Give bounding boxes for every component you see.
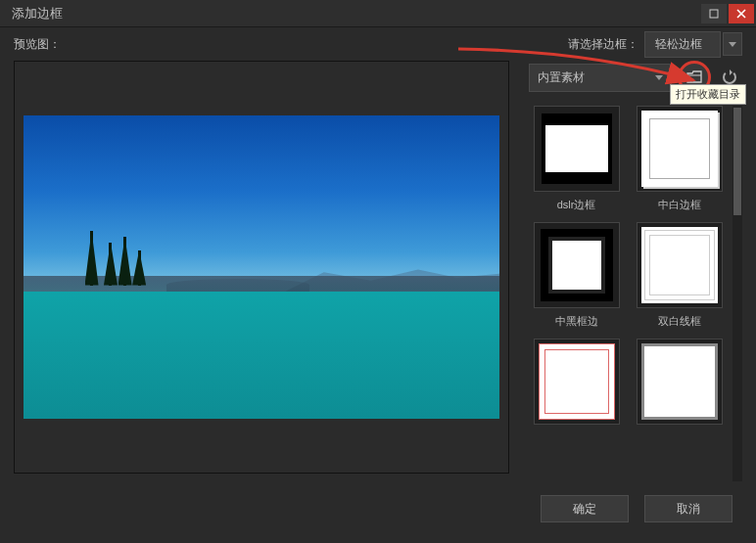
thumb-item-dslr[interactable]: dslr边框 [529,106,624,212]
thumb-item-dblwhite[interactable]: 双白线框 [632,222,727,329]
window-title: 添加边框 [12,5,701,23]
source-select[interactable]: 内置素材 [529,64,672,92]
ok-button[interactable]: 确定 [541,495,629,522]
thumb-label: 中黑框边 [555,314,598,329]
cancel-button[interactable]: 取消 [644,495,732,522]
minimize-icon [709,9,719,19]
thumbnail-scrollbar[interactable] [732,106,742,481]
source-value: 内置素材 [538,69,655,86]
thumb-label: 中白边框 [658,198,701,212]
main-area: 内置素材 打开收藏目录 dslr边框 中白边框 [0,61,756,481]
tooltip: 打开收藏目录 [670,84,746,105]
close-button[interactable] [729,4,754,23]
folder-icon [686,70,702,84]
refresh-icon [723,70,736,84]
toolbar-row: 预览图： 请选择边框： 轻松边框 [0,27,756,61]
close-icon [736,9,746,19]
preview-pane [14,61,509,474]
preview-label: 预览图： [14,36,61,53]
frame-type-value: 轻松边框 [655,36,702,53]
preview-image [24,115,499,419]
thumb-label: 双白线框 [658,314,701,329]
frame-type-dropdown-button[interactable] [723,32,742,56]
chevron-down-icon [729,42,736,47]
svg-rect-0 [710,10,718,18]
scrollbar-handle[interactable] [733,108,741,215]
thumb-label: dslr边框 [557,198,596,212]
right-pane: 内置素材 打开收藏目录 dslr边框 中白边框 [509,61,742,481]
thumb-item-gray[interactable] [632,339,727,430]
frame-type-select[interactable]: 轻松边框 [644,31,721,58]
source-row: 内置素材 打开收藏目录 [529,61,742,94]
thumb-item-red[interactable] [529,339,624,430]
thumbnail-grid: dslr边框 中白边框 中黑框边 双白线框 [529,106,727,481]
chevron-down-icon [655,75,663,80]
thumb-item-black[interactable]: 中黑框边 [529,222,624,329]
thumbnails-area: dslr边框 中白边框 中黑框边 双白线框 [529,106,742,481]
titlebar: 添加边框 [0,0,756,27]
thumb-item-white[interactable]: 中白边框 [632,106,727,212]
minimize-button[interactable] [701,4,727,23]
footer: 确定 取消 [0,481,756,522]
select-frame-label: 请选择边框： [568,36,638,53]
